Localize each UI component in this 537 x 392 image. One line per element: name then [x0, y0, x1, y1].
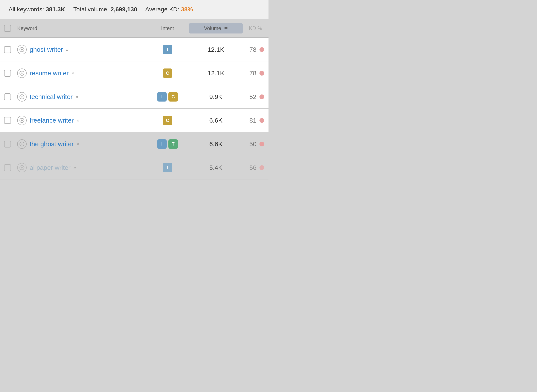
row-volume: 6.6K [189, 117, 243, 124]
keyword-text[interactable]: freelance writer [30, 117, 74, 124]
row-keyword-cell: ghost writer» [15, 41, 146, 59]
intent-badge-I: I [157, 139, 167, 149]
row-kd: 50 [243, 140, 268, 148]
row-kd: 78 [243, 70, 268, 77]
table-row: freelance writer»C6.6K81 [0, 109, 268, 132]
kd-dot [259, 94, 264, 99]
keyword-text[interactable]: technical writer [30, 93, 73, 100]
kd-value: 52 [249, 93, 256, 100]
table-row: technical writer»IC9.9K52 [0, 85, 268, 109]
header-checkbox-cell [0, 25, 15, 32]
row-keyword-cell: resume writer» [15, 64, 146, 82]
volume-column-header[interactable]: Volume ☰ [189, 23, 243, 33]
kd-value: 56 [249, 164, 256, 171]
row-volume: 12.1K [189, 46, 243, 53]
intent-badge-I: I [163, 45, 172, 54]
keyword-text[interactable]: ghost writer [30, 46, 63, 53]
row-kd: 78 [243, 46, 268, 53]
select-all-checkbox[interactable] [4, 25, 11, 32]
row-keyword-cell: the ghost writer» [15, 135, 146, 153]
keyword-text[interactable]: ai paper writer [30, 164, 71, 171]
kd-dot [259, 71, 264, 75]
row-kd: 56 [243, 164, 268, 171]
table-row: resume writer»C12.1K78 [0, 61, 268, 85]
row-keyword-cell: freelance writer» [15, 112, 146, 130]
row-kd: 52 [243, 93, 268, 100]
chevron-icon: » [77, 141, 78, 147]
row-intent-cell: IC [146, 92, 189, 102]
kd-value: 50 [249, 140, 256, 148]
table-row: ai paper writer»I5.4K56 [0, 156, 268, 179]
keyword-text[interactable]: the ghost writer [30, 140, 74, 148]
intent-column-header: Intent [146, 25, 189, 31]
total-volume-label: Total volume: [73, 6, 109, 13]
add-keyword-icon[interactable] [17, 139, 27, 149]
kd-value: 78 [249, 70, 256, 77]
row-checkbox[interactable] [4, 46, 11, 53]
kd-dot [259, 165, 264, 170]
row-checkbox[interactable] [4, 70, 11, 77]
row-intent-cell: C [146, 69, 189, 78]
add-keyword-icon[interactable] [17, 92, 27, 102]
chevron-icon: » [75, 94, 77, 100]
all-keywords-label: All keywords: [9, 6, 44, 13]
row-keyword-cell: ai paper writer» [15, 159, 146, 177]
row-checkbox-cell [0, 141, 15, 148]
row-checkbox-cell [0, 46, 15, 53]
chevron-icon: » [66, 47, 68, 52]
summary-bar: All keywords: 381.3K Total volume: 2,699… [0, 0, 268, 19]
kd-column-header: KD % [243, 25, 268, 31]
kd-dot [259, 47, 264, 52]
row-checkbox-cell [0, 93, 15, 100]
kd-dot [259, 118, 264, 123]
total-volume-value: 2,699,130 [110, 6, 137, 13]
all-keywords-value: 381.3K [46, 6, 65, 13]
intent-badge-I: I [157, 92, 167, 102]
keyword-text[interactable]: resume writer [30, 70, 69, 77]
add-keyword-icon[interactable] [17, 163, 27, 172]
row-checkbox[interactable] [4, 93, 11, 100]
intent-badge-C: C [163, 69, 172, 78]
chevron-icon: » [73, 165, 75, 170]
keywords-table: Keyword Intent Volume ☰ KD % ghost write… [0, 19, 268, 179]
row-volume: 6.6K [189, 140, 243, 148]
intent-badge-C: C [163, 116, 172, 125]
kd-value: 81 [249, 117, 256, 124]
row-keyword-cell: technical writer» [15, 88, 146, 106]
row-intent-cell: C [146, 116, 189, 125]
row-checkbox[interactable] [4, 141, 11, 148]
row-volume: 9.9K [189, 93, 243, 100]
table-row: ghost writer»I12.1K78 [0, 38, 268, 61]
intent-badge-C: C [168, 92, 178, 102]
table-body: ghost writer»I12.1K78 resume writer»C12.… [0, 38, 268, 179]
row-checkbox-cell [0, 164, 15, 171]
average-kd-label: Average KD: [145, 6, 179, 13]
intent-badge-T: T [168, 139, 178, 149]
intent-badge-I: I [163, 163, 172, 172]
row-intent-cell: I [146, 163, 189, 172]
kd-value: 78 [249, 46, 256, 53]
kd-dot [259, 142, 264, 146]
row-kd: 81 [243, 117, 268, 124]
add-keyword-icon[interactable] [17, 69, 27, 78]
row-volume: 12.1K [189, 70, 243, 77]
row-checkbox[interactable] [4, 117, 11, 124]
row-intent-cell: I [146, 45, 189, 54]
keyword-column-header: Keyword [15, 25, 146, 31]
add-keyword-icon[interactable] [17, 45, 27, 54]
add-keyword-icon[interactable] [17, 116, 27, 125]
volume-filter-icon[interactable]: ☰ [224, 26, 228, 31]
row-intent-cell: IT [146, 139, 189, 149]
row-checkbox[interactable] [4, 164, 11, 171]
table-header: Keyword Intent Volume ☰ KD % [0, 19, 268, 38]
row-checkbox-cell [0, 70, 15, 77]
chevron-icon: » [77, 118, 78, 123]
row-volume: 5.4K [189, 164, 243, 171]
chevron-icon: » [72, 70, 73, 76]
average-kd-value: 38% [181, 6, 193, 13]
table-row: the ghost writer»IT6.6K50 [0, 132, 268, 156]
row-checkbox-cell [0, 117, 15, 124]
